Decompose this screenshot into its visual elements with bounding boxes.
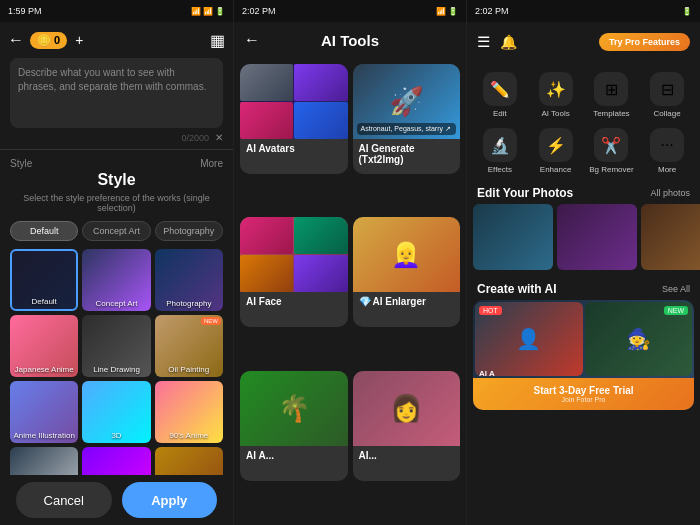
- panel-style: 1:59 PM 📶 📶 🔋 ← 🪙 0 + ▦ Describe what yo…: [0, 0, 233, 525]
- cancel-button[interactable]: Cancel: [16, 482, 112, 518]
- edit-photos-header: Edit Your Photos All photos: [467, 182, 700, 204]
- more-icon: ···: [650, 128, 684, 162]
- face-thumb-3: [240, 255, 293, 292]
- main-tool-edit[interactable]: ✏️ Edit: [473, 68, 527, 122]
- trial-banner[interactable]: Start 3-Day Free Trial Join Fotor Pro: [473, 378, 694, 410]
- style-item-photo[interactable]: Photography: [155, 249, 223, 311]
- bgremover-label: Bg Remover: [589, 165, 633, 174]
- notification-icon[interactable]: 🔔: [500, 34, 517, 50]
- style-label: Style: [10, 158, 32, 169]
- topbar-panel1: ← 🪙 0 + ▦: [0, 22, 233, 58]
- battery-icon-p2: 🔋: [448, 7, 458, 16]
- main-tool-bgremover[interactable]: ✂️ Bg Remover: [585, 124, 639, 178]
- topbar-panel3: ☰ 🔔 Try Pro Features: [467, 22, 700, 62]
- panel-ai-tools: 2:02 PM 📶 🔋 ← AI Tools AI Avatars: [233, 0, 466, 525]
- ai-avatars-label: AI Avatars: [240, 139, 348, 156]
- tab-default[interactable]: Default: [10, 221, 78, 241]
- statusbar-panel3: 2:02 PM 🔋: [467, 0, 700, 22]
- prompt-textarea[interactable]: Describe what you want to see with phras…: [10, 58, 223, 128]
- style-item-concept[interactable]: Concept Art: [82, 249, 150, 311]
- tab-concept[interactable]: Concept Art: [82, 221, 150, 241]
- aitools-icon: ✨: [539, 72, 573, 106]
- style-item-label-anime2: Anime Illustration: [10, 431, 78, 440]
- main-tool-aitools[interactable]: ✨ AI Tools: [529, 68, 583, 122]
- create-ai-title: Create with AI: [477, 282, 557, 296]
- ai-face-label: AI Face: [240, 292, 348, 309]
- style-item-90s[interactable]: 90's Anime: [155, 381, 223, 443]
- enhance-icon: ⚡: [539, 128, 573, 162]
- effects-icon: 🔬: [483, 128, 517, 162]
- try-pro-button[interactable]: Try Pro Features: [599, 33, 690, 51]
- style-item-oil[interactable]: NEW Oil Painting: [155, 315, 223, 377]
- bottom-buttons: Cancel Apply: [0, 475, 233, 525]
- wifi-icon: 📶: [203, 7, 213, 16]
- effects-label: Effects: [488, 165, 512, 174]
- style-grid: Default Concept Art Photography Japanese…: [10, 249, 223, 509]
- ai-tool-portrait[interactable]: 👩 AI...: [353, 371, 461, 481]
- ai-tool-face[interactable]: HOT AI Face: [240, 217, 348, 327]
- status-icons-panel1: 📶 📶 🔋: [191, 7, 225, 16]
- ai-enlarger-label: 💎AI Enlarger: [353, 292, 461, 309]
- coin-icon: 🪙: [37, 34, 51, 47]
- style-item-label-90s: 90's Anime: [155, 431, 223, 440]
- style-item-anime2[interactable]: Anime Illustration: [10, 381, 78, 443]
- style-item-label-default: Default: [12, 297, 76, 306]
- clear-button[interactable]: ✕: [215, 132, 223, 143]
- more-button[interactable]: More: [200, 158, 223, 169]
- back-button-p2[interactable]: ←: [244, 31, 260, 49]
- back-button[interactable]: ←: [8, 31, 24, 49]
- trial-text: Start 3-Day Free Trial: [533, 385, 633, 396]
- all-photos-link[interactable]: All photos: [650, 188, 690, 198]
- time-panel1: 1:59 PM: [8, 6, 42, 16]
- avatar-thumb-3: [240, 102, 293, 139]
- plus-button[interactable]: +: [75, 32, 83, 48]
- tab-photography[interactable]: Photography: [155, 221, 223, 241]
- camera-icon[interactable]: ▦: [210, 31, 225, 50]
- time-panel3: 2:02 PM: [475, 6, 509, 16]
- coin-count: 0: [54, 34, 60, 46]
- style-item-label-line: Line Drawing: [82, 365, 150, 374]
- main-tool-collage[interactable]: ⊟ Collage: [640, 68, 694, 122]
- face-thumb-4: [294, 255, 347, 292]
- edit-photo-1[interactable]: [473, 204, 553, 270]
- ai-tool-enlarger[interactable]: 👱‍♀️ 💎AI Enlarger: [353, 217, 461, 327]
- main-tool-effects[interactable]: 🔬 Effects: [473, 124, 527, 178]
- apply-button[interactable]: Apply: [122, 482, 218, 518]
- edit-photo-2[interactable]: [557, 204, 637, 270]
- statusbar-panel1: 1:59 PM 📶 📶 🔋: [0, 0, 233, 22]
- main-tool-enhance[interactable]: ⚡ Enhance: [529, 124, 583, 178]
- coin-badge[interactable]: 🪙 0: [30, 32, 67, 49]
- style-item-3d[interactable]: 3D: [82, 381, 150, 443]
- ai-tropical-label: AI A...: [240, 446, 348, 463]
- tropical-visual: 🌴: [240, 371, 348, 446]
- new-badge-oil: NEW: [201, 317, 221, 325]
- main-tool-templates[interactable]: ⊞ Templates: [585, 68, 639, 122]
- style-section: Style Select the style preference of the…: [0, 171, 233, 513]
- ai-tool-tropical[interactable]: HOT 🌴 AI A...: [240, 371, 348, 481]
- hamburger-icon[interactable]: ☰: [477, 33, 490, 51]
- face-thumb-1: [240, 217, 293, 254]
- more-label: More: [658, 165, 676, 174]
- see-all-link[interactable]: See All: [662, 284, 690, 294]
- ai-tool-avatars[interactable]: AI Avatars: [240, 64, 348, 174]
- create-ai-header: Create with AI See All: [467, 278, 700, 300]
- divider: [0, 149, 233, 150]
- char-count-label: 0/2000: [181, 133, 209, 143]
- style-item-default[interactable]: Default: [10, 249, 78, 311]
- main-tool-more[interactable]: ··· More: [640, 124, 694, 178]
- bgremover-icon: ✂️: [594, 128, 628, 162]
- enlarger-visual: 👱‍♀️: [353, 217, 461, 292]
- edit-photo-3[interactable]: [641, 204, 700, 270]
- face-thumb-2: [294, 217, 347, 254]
- style-item-line[interactable]: Line Drawing: [82, 315, 150, 377]
- edit-icon: ✏️: [483, 72, 517, 106]
- style-item-label-photo: Photography: [155, 299, 223, 308]
- ai-tool-generate[interactable]: Astronaut, Pegasus, starry ↗ 🚀 AI Genera…: [353, 64, 461, 174]
- status-icons-panel2: 📶 🔋: [436, 7, 458, 16]
- style-item-anime[interactable]: Japanese Anime: [10, 315, 78, 377]
- style-more-row: Style More: [0, 156, 233, 171]
- ai-tools-grid: AI Avatars Astronaut, Pegasus, starry ↗ …: [234, 58, 466, 525]
- create-ai-banner[interactable]: HOT NEW 👤 🧙 AI A Start 3-Day Free Trial …: [473, 300, 694, 410]
- bluetooth-icon: 📶: [191, 7, 201, 16]
- banner-images: 👤 🧙: [473, 300, 694, 378]
